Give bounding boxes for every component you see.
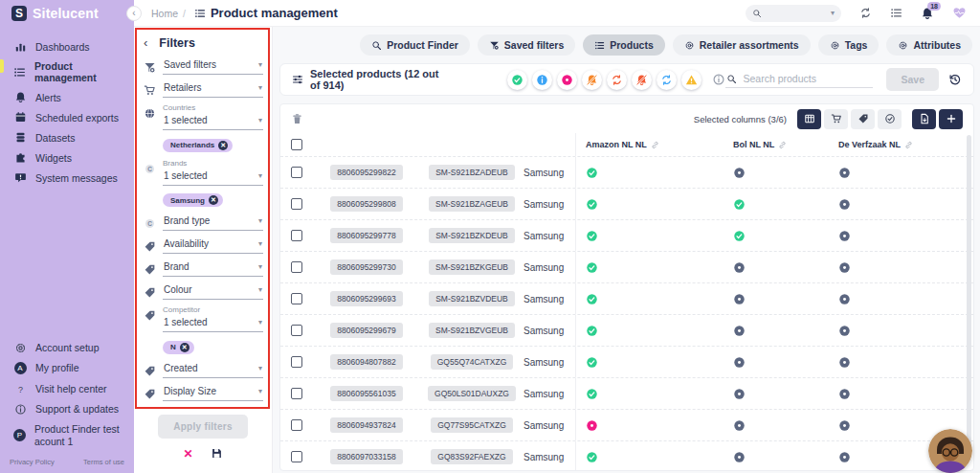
filter-select[interactable]: 1 selected▾ (163, 113, 263, 130)
tab-saved-filters[interactable]: Saved filters (478, 34, 575, 56)
export-button[interactable] (912, 109, 936, 129)
remove-chip-icon[interactable]: ✕ (180, 343, 189, 352)
mute-alerts-button[interactable] (582, 70, 602, 90)
remove-chip-icon[interactable]: ✕ (218, 141, 228, 150)
columns-grid-button[interactable] (797, 109, 821, 129)
product-search-input[interactable] (743, 73, 872, 84)
row-checkbox[interactable] (291, 198, 302, 210)
sidebar-item-system-messages[interactable]: System messages (0, 168, 134, 188)
available-button[interactable] (507, 70, 527, 90)
sidebar-nav: DashboardsProduct managementAlertsSchedu… (0, 36, 134, 188)
clear-filters-icon[interactable]: ✕ (183, 447, 192, 461)
select-all-checkbox[interactable] (291, 139, 302, 150)
save-filter-icon[interactable] (211, 447, 223, 460)
row-checkbox[interactable] (291, 293, 302, 304)
help-button[interactable] (712, 73, 725, 86)
row-checkbox[interactable] (291, 419, 302, 431)
filter-select[interactable]: Display Size▾ (163, 384, 263, 401)
link-icon[interactable] (651, 141, 659, 149)
filter-chip[interactable]: Samsung✕ (163, 193, 223, 207)
sidebar-item-product-finder-test-acount-1[interactable]: PProduct Finder test acount 1 (0, 419, 134, 452)
columns-status-button[interactable] (878, 109, 902, 129)
status-verfzaak-na (838, 261, 851, 274)
row-checkbox[interactable] (291, 388, 302, 399)
row-checkbox[interactable] (291, 451, 302, 462)
remove-chip-icon[interactable]: ✕ (209, 195, 218, 205)
filter-select[interactable]: Retailers▾ (163, 80, 263, 98)
notifications-button[interactable]: 18 (921, 7, 934, 20)
filter-select[interactable]: Brand▾ (163, 259, 263, 277)
chevron-down-icon[interactable]: ▾ (831, 9, 835, 17)
flag-button[interactable] (557, 70, 577, 90)
health-pulse-icon[interactable] (952, 6, 967, 20)
breadcrumb-home[interactable]: Home (151, 8, 178, 19)
save-button[interactable]: Save (886, 68, 939, 91)
sidebar-item-scheduled-exports[interactable]: Scheduled exports (0, 107, 134, 127)
resync-button[interactable] (607, 70, 627, 90)
table-scrollbar[interactable] (967, 135, 971, 447)
filter-chip[interactable]: Netherlands✕ (163, 139, 233, 152)
filter-select[interactable]: Availability▾ (163, 236, 263, 254)
sidebar-item-visit-help-center[interactable]: ?Visit help center (0, 379, 134, 399)
delete-selected-icon[interactable] (291, 113, 303, 125)
saved-filters-icon (141, 57, 158, 75)
global-search-input[interactable]: ▾ (746, 5, 841, 22)
sidebar-item-datasets[interactable]: Datasets (0, 127, 134, 147)
columns-retailer-button[interactable] (824, 109, 848, 129)
sidebar-item-dashboards[interactable]: Dashboards (0, 36, 134, 56)
privacy-policy-link[interactable]: Privacy Policy (10, 458, 55, 466)
info-button[interactable] (532, 70, 552, 90)
history-icon[interactable] (948, 73, 962, 86)
gear-icon (13, 342, 27, 354)
row-checkbox[interactable] (291, 261, 302, 273)
filter-select[interactable]: Brand type▾ (163, 214, 263, 231)
mpn-code: GQ50LS01DAUXZG (428, 386, 516, 401)
user-avatar[interactable] (928, 429, 972, 473)
unmute-alerts-button[interactable] (632, 70, 652, 90)
filter-select[interactable]: Saved filters▾ (163, 57, 263, 75)
status-bol-na (733, 325, 746, 337)
selected-columns-label: Selected columns (3/6) (694, 114, 787, 124)
columns-tags-button[interactable] (851, 109, 875, 129)
tab-products[interactable]: Products (583, 34, 665, 56)
add-column-button[interactable] (939, 109, 963, 129)
tab-retailer-assortments[interactable]: Retailer assortments (673, 34, 811, 56)
tab-attributes[interactable]: Attributes (886, 34, 972, 56)
refresh-icon[interactable] (859, 7, 872, 19)
status-verfzaak-na (838, 451, 851, 463)
collapse-sidebar-button[interactable]: ‹ (126, 6, 142, 21)
filter-select[interactable]: 1 selected▾ (163, 315, 263, 332)
status-amazon-ok (586, 388, 598, 400)
sidebar-item-account-setup[interactable]: Account setup (0, 338, 134, 358)
warning-button[interactable] (681, 70, 702, 90)
sitelucent-logo-icon: S (11, 6, 27, 21)
filter-select[interactable]: Created▾ (163, 361, 263, 378)
collapse-filters-button[interactable]: ‹ (144, 35, 147, 50)
list-menu-icon[interactable] (890, 7, 902, 19)
filter-select[interactable]: Colour▾ (163, 282, 263, 300)
sidebar-item-widgets[interactable]: Widgets (0, 147, 134, 168)
sidebar-item-support-updates[interactable]: Support & updates (0, 399, 134, 419)
row-checkbox[interactable] (291, 167, 302, 178)
link-icon[interactable] (778, 141, 787, 149)
row-checkbox[interactable] (291, 356, 302, 368)
row-checkbox[interactable] (291, 230, 302, 241)
mpn-code: GQ83S92FAEXZG (431, 449, 512, 464)
tab-tags[interactable]: Tags (818, 34, 880, 56)
link-icon[interactable] (904, 141, 913, 149)
header-retailer-bol: Bol NL NL (724, 140, 829, 149)
row-checkbox[interactable] (291, 325, 302, 336)
tab-product-finder[interactable]: Product Finder (360, 34, 470, 56)
status-amazon-ok (586, 167, 598, 179)
filter-chip[interactable]: N✕ (163, 341, 194, 354)
filter-select[interactable]: 1 selected▾ (163, 169, 263, 186)
sidebar-item-product-management[interactable]: Product management (0, 56, 134, 87)
filter-group-availability: Availability▾ (141, 236, 263, 254)
breadcrumb-separator: / (183, 8, 186, 19)
sidebar-item-alerts[interactable]: Alerts (0, 87, 134, 107)
refresh-button[interactable] (657, 70, 677, 90)
apply-filters-button[interactable]: Apply filters (158, 415, 248, 439)
terms-link[interactable]: Terms of use (83, 458, 124, 466)
brand-name: Samsung (523, 231, 575, 241)
sidebar-item-my-profile[interactable]: AMy profile (0, 358, 134, 378)
